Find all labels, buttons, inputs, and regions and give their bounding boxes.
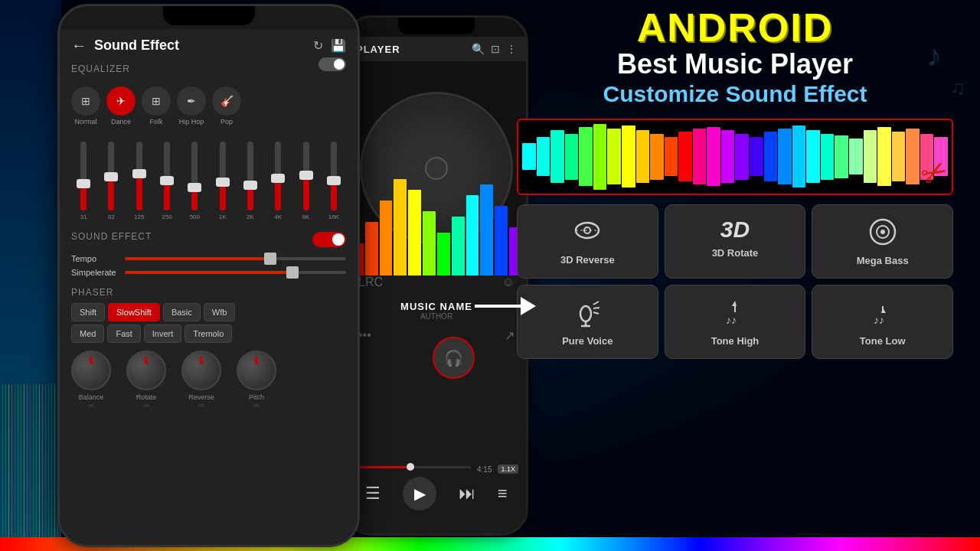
- wf-bar-16: [735, 134, 749, 180]
- eq-slider-250[interactable]: 250: [155, 142, 179, 220]
- knob-reverse-control[interactable]: [181, 350, 221, 390]
- phaser-invert[interactable]: Invert: [144, 324, 182, 343]
- effect-tone-low[interactable]: ♪♪ Tone Low: [812, 285, 953, 359]
- eq-slider-125[interactable]: 125: [127, 142, 152, 220]
- simpelerate-track[interactable]: [125, 271, 346, 274]
- mp-list-icon[interactable]: ☰: [365, 484, 381, 504]
- preset-normal[interactable]: ⊞ Normal: [71, 86, 100, 126]
- mp-playlist-icon[interactable]: ≡: [498, 484, 508, 504]
- tempo-label: Tempo: [71, 254, 125, 263]
- effect-3d-rotate-label: 3D Rotate: [712, 247, 759, 259]
- eq-thumb-4k[interactable]: [271, 174, 285, 183]
- preset-hiphop-label: Hip Hop: [179, 118, 204, 126]
- phaser-med[interactable]: Med: [71, 324, 104, 343]
- mp-title: PLAYER: [356, 44, 400, 55]
- mp-header: PLAYER 🔍 ⊡ ⋮: [347, 37, 526, 61]
- wf-bar-11: [665, 137, 678, 177]
- eq-slider-500[interactable]: 500: [182, 142, 207, 220]
- preset-pop[interactable]: 🎸 Pop: [212, 86, 241, 126]
- eq-slider-2k[interactable]: 2K: [238, 142, 263, 220]
- mp-speed[interactable]: 1.1X: [498, 465, 518, 474]
- eq-bar-2: [365, 222, 378, 276]
- eq-thumb-16k[interactable]: [327, 176, 341, 185]
- preset-dance-label: Dance: [111, 118, 131, 126]
- eq-track-250: [164, 142, 170, 210]
- wf-bar-8: [622, 126, 635, 188]
- mp-next-icon[interactable]: ⏭: [459, 484, 475, 504]
- eq-track-16k: [331, 142, 337, 210]
- preset-folk-label: Folk: [149, 118, 162, 126]
- knobs-row: Balance Rotate Reverse Pitch: [71, 350, 346, 407]
- phaser-row1: Shift SlowShift Basic Wfb: [71, 303, 346, 321]
- eq-thumb-125[interactable]: [132, 169, 146, 178]
- effect-tone-high[interactable]: ♪♪ Tone High: [665, 285, 806, 359]
- sound-effect-section: SOUND EFFECT Tempo Simpelerate: [71, 231, 346, 277]
- mp-play-button[interactable]: ▶: [403, 477, 436, 510]
- eq-freq-500: 500: [190, 214, 200, 220]
- knob-rotate-control[interactable]: [126, 350, 166, 390]
- mp-extra-actions: ••• ↗: [347, 328, 526, 343]
- phaser-basic[interactable]: Basic: [163, 303, 201, 321]
- phaser-row2: Med Fast Invert Tremolo: [71, 324, 346, 343]
- wf-bar-24: [849, 139, 863, 174]
- tempo-thumb[interactable]: [264, 253, 276, 265]
- preset-folk[interactable]: ⊞ Folk: [142, 86, 171, 126]
- refresh-icon[interactable]: ↻: [313, 38, 323, 53]
- knob-balance-control[interactable]: [71, 350, 111, 390]
- eq-freq-16k: 16K: [328, 214, 339, 220]
- effect-tone-low-label: Tone Low: [860, 335, 906, 347]
- knob-pitch-control[interactable]: [237, 350, 276, 390]
- preset-hiphop[interactable]: ✒ Hip Hop: [177, 86, 206, 126]
- preset-normal-label: Normal: [74, 118, 96, 126]
- eq-thumb-250[interactable]: [160, 176, 174, 185]
- effect-3d-reverse[interactable]: 3D Reverse: [517, 204, 658, 279]
- phaser-slowshift[interactable]: SlowShift: [108, 303, 160, 321]
- eq-label: EQUALIZER: [71, 64, 130, 74]
- effect-pure-voice[interactable]: Pure Voice: [517, 285, 658, 359]
- share-icon[interactable]: ↗: [505, 328, 514, 343]
- effect-mega-bass[interactable]: Mega Bass: [812, 204, 953, 279]
- effect-3d-rotate-icon: 3D: [720, 217, 750, 243]
- eq-thumb-500[interactable]: [188, 183, 201, 192]
- preset-dance[interactable]: ✈ Dance: [106, 86, 136, 126]
- lrc-icon[interactable]: LRC: [358, 276, 383, 289]
- dots-icon[interactable]: •••: [358, 328, 371, 343]
- phaser-wfb[interactable]: Wfb: [204, 303, 236, 321]
- eq-thumb-8k[interactable]: [299, 171, 313, 180]
- wf-bar-17: [750, 137, 763, 177]
- simpelerate-fill: [125, 271, 291, 274]
- eq-thumb-1k[interactable]: [216, 178, 230, 187]
- mp-progress-thumb[interactable]: [407, 463, 414, 471]
- se-toggle[interactable]: [312, 232, 346, 247]
- mp-search-icon[interactable]: 🔍: [472, 43, 485, 55]
- eq-slider-16k[interactable]: 16K: [322, 142, 346, 220]
- save-icon[interactable]: 💾: [331, 38, 346, 53]
- mp-progress-bar[interactable]: [354, 466, 471, 468]
- svg-marker-9: [732, 301, 737, 306]
- eq-bar-7: [437, 233, 450, 276]
- eq-thumb-62[interactable]: [104, 172, 118, 181]
- eq-toggle[interactable]: [318, 57, 346, 71]
- eq-slider-4k[interactable]: 4K: [266, 142, 290, 220]
- eq-thumb-2k[interactable]: [243, 181, 257, 190]
- headphone-icon[interactable]: 🎧: [433, 337, 475, 379]
- eq-thumb-31[interactable]: [77, 179, 90, 188]
- eq-freq-1k: 1K: [219, 214, 227, 220]
- mp-filter-icon[interactable]: ⊡: [491, 43, 500, 55]
- eq-slider-31[interactable]: 31: [71, 142, 96, 220]
- face-icon[interactable]: ☺: [502, 276, 514, 289]
- mp-menu-icon[interactable]: ⋮: [506, 43, 517, 55]
- phaser-tremolo[interactable]: Tremolo: [185, 324, 232, 343]
- eq-bar-9: [466, 195, 479, 276]
- eq-slider-1k[interactable]: 1K: [210, 142, 234, 220]
- eq-slider-8k[interactable]: 8K: [293, 142, 318, 220]
- simpelerate-thumb[interactable]: [286, 266, 299, 279]
- back-button[interactable]: ←: [71, 37, 87, 54]
- eq-track-125: [136, 142, 142, 210]
- tempo-track[interactable]: [125, 257, 346, 260]
- phaser-fast[interactable]: Fast: [107, 324, 140, 343]
- eq-slider-62[interactable]: 62: [99, 142, 123, 220]
- arrow-line: [475, 305, 521, 308]
- effect-3d-rotate[interactable]: 3D 3D Rotate: [665, 204, 806, 279]
- phaser-shift[interactable]: Shift: [71, 303, 105, 321]
